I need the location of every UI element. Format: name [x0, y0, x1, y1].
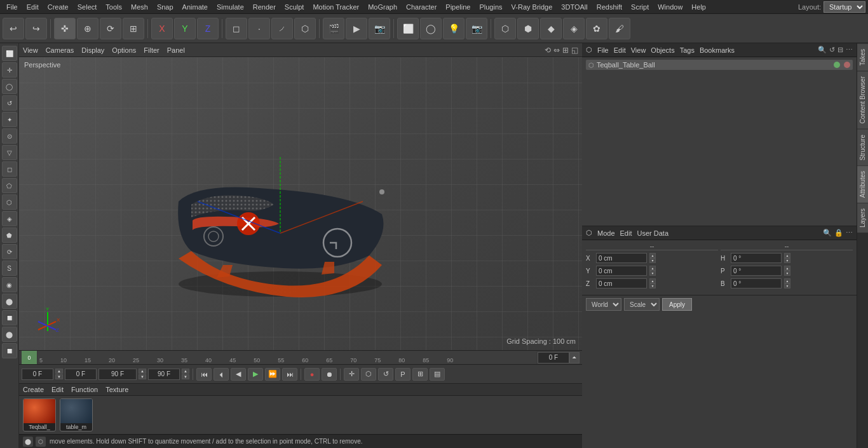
status-icon-2[interactable]: ⬡ — [36, 437, 46, 447]
end-frame-input[interactable] — [98, 369, 137, 380]
h-down[interactable]: ▼ — [784, 258, 790, 263]
objects-more-icon[interactable]: ⋯ — [846, 46, 853, 54]
attr-more-icon[interactable]: ⋯ — [846, 229, 853, 237]
rotate-transport-btn[interactable]: ↺ — [378, 368, 393, 381]
poly-mode[interactable]: ⬡ — [294, 18, 316, 39]
left-tool-1[interactable]: ⬜ — [2, 46, 17, 61]
b-up[interactable]: ▲ — [784, 278, 790, 283]
attr-menu-mode[interactable]: Mode — [597, 229, 615, 237]
mat-menu-edit[interactable]: Edit — [51, 386, 64, 393]
menu-3dtoall[interactable]: 3DTOAll — [557, 2, 591, 12]
world-select[interactable]: World — [586, 298, 621, 311]
y-down[interactable]: ▼ — [649, 271, 656, 276]
menu-script[interactable]: Script — [627, 2, 653, 12]
left-tool-19[interactable]: 🔲 — [2, 343, 17, 358]
menu-plugins[interactable]: Plugins — [475, 2, 506, 12]
camera-object[interactable]: 📷 — [466, 18, 487, 39]
menu-create[interactable]: Create — [44, 2, 72, 12]
apply-button[interactable]: Apply — [662, 298, 692, 311]
objects-tab-tags[interactable]: Tags — [680, 46, 695, 54]
play-button[interactable]: ▶ — [248, 368, 263, 381]
menu-mograph[interactable]: MoGraph — [364, 2, 401, 12]
objects-refresh-icon[interactable]: ↺ — [829, 46, 835, 54]
mat-menu-texture[interactable]: Texture — [105, 386, 128, 393]
scale-tool[interactable]: ⊞ — [123, 18, 144, 39]
menu-window[interactable]: Window — [654, 2, 686, 12]
prev-frame-button[interactable]: ⏴ — [214, 368, 229, 381]
tab-takes[interactable]: Takes — [857, 43, 868, 71]
menu-edit[interactable]: Edit — [23, 2, 43, 12]
morph-object[interactable]: ◈ — [563, 18, 585, 39]
render-transport-btn[interactable]: ▤ — [430, 368, 445, 381]
rotate-tool[interactable]: ⟳ — [100, 18, 121, 39]
frame-up[interactable]: ▲ — [55, 369, 63, 374]
end-frame-up-btn[interactable]: ▲ — [139, 369, 146, 374]
menu-character[interactable]: Character — [402, 2, 440, 12]
z-up[interactable]: ▲ — [649, 278, 656, 283]
menu-animate[interactable]: Animate — [179, 2, 212, 12]
redo-button[interactable]: ↪ — [25, 18, 47, 39]
menu-snap[interactable]: Snap — [153, 2, 177, 12]
objects-tab-bookmarks[interactable]: Bookmarks — [700, 46, 735, 54]
menu-file[interactable]: File — [3, 2, 22, 12]
x-down[interactable]: ▼ — [649, 258, 656, 263]
coord-y-pos-input[interactable] — [596, 266, 647, 276]
record-button[interactable]: ● — [304, 368, 320, 381]
objects-collapse-icon[interactable]: ⊟ — [837, 46, 843, 54]
vp-ctrl-2[interactable]: ⇔ — [553, 46, 560, 55]
grid-btn[interactable]: ⊞ — [412, 368, 428, 381]
current-frame-input[interactable] — [22, 369, 53, 380]
tab-structure[interactable]: Structure — [857, 129, 868, 166]
y-axis-button[interactable]: Y — [174, 18, 196, 39]
go-start-button[interactable]: ⏮ — [196, 368, 212, 381]
coord-x-pos-input[interactable] — [596, 253, 647, 263]
left-tool-10[interactable]: ⬡ — [2, 194, 17, 210]
object-row-0[interactable]: ⬡ Teqball_Table_Ball — [586, 60, 853, 70]
x-axis-button[interactable]: X — [151, 18, 173, 39]
point-mode[interactable]: · — [248, 18, 270, 39]
menu-vray[interactable]: V-Ray Bridge — [508, 2, 557, 12]
b-down[interactable]: ▼ — [784, 283, 790, 288]
mat-menu-create[interactable]: Create — [23, 386, 44, 393]
z-axis-button[interactable]: Z — [197, 18, 219, 39]
tab-content-browser[interactable]: Content Browser — [857, 71, 868, 128]
left-tool-5[interactable]: ✦ — [2, 112, 17, 127]
menu-mesh[interactable]: Mesh — [127, 2, 152, 12]
attr-search-icon[interactable]: 🔍 — [823, 229, 832, 237]
vp-ctrl-3[interactable]: ⊞ — [562, 46, 569, 55]
left-tool-9[interactable]: ⬠ — [2, 178, 17, 193]
preview-up[interactable]: ▲ — [182, 369, 189, 374]
objects-tab-objects[interactable]: Objects — [651, 46, 674, 54]
left-tool-17[interactable]: 🔲 — [2, 310, 17, 325]
menu-pipeline[interactable]: Pipeline — [442, 2, 474, 12]
menu-sculpt[interactable]: Sculpt — [281, 2, 308, 12]
vp-menu-filter[interactable]: Filter — [144, 46, 159, 54]
render-output[interactable]: 📷 — [369, 18, 390, 39]
select-tool[interactable]: ✜ — [54, 18, 76, 39]
tab-attributes[interactable]: Attributes — [857, 165, 868, 203]
play-rev-button[interactable]: ◀ — [231, 368, 246, 381]
end-frame-up[interactable]: ⏶ — [569, 352, 580, 363]
end-frame-down-btn[interactable]: ▼ — [139, 374, 146, 379]
vp-menu-panel[interactable]: Panel — [167, 46, 185, 54]
vp-ctrl-4[interactable]: ◱ — [571, 46, 578, 55]
left-tool-8[interactable]: ◻ — [2, 161, 17, 177]
vp-menu-cameras[interactable]: Cameras — [46, 46, 74, 54]
pivot-btn[interactable]: P — [395, 368, 410, 381]
effector-object[interactable]: ◆ — [540, 18, 562, 39]
left-tool-11[interactable]: ◈ — [2, 211, 17, 226]
left-tool-13[interactable]: ⟳ — [2, 244, 17, 259]
mat-menu-function[interactable]: Function — [71, 386, 98, 393]
h-up[interactable]: ▲ — [784, 253, 790, 258]
x-up[interactable]: ▲ — [649, 253, 656, 258]
preview-down[interactable]: ▼ — [182, 374, 189, 379]
objects-tab-edit[interactable]: Edit — [614, 46, 626, 54]
menu-help[interactable]: Help — [688, 2, 710, 12]
menu-render[interactable]: Render — [249, 2, 280, 12]
cube-object[interactable]: ⬜ — [397, 18, 419, 39]
brush-object[interactable]: ✿ — [586, 18, 607, 39]
left-tool-18[interactable]: ⬤ — [2, 327, 17, 342]
coord-p-input[interactable] — [731, 266, 782, 276]
render-region[interactable]: 🎬 — [323, 18, 344, 39]
objects-tab-file[interactable]: File — [597, 46, 609, 54]
